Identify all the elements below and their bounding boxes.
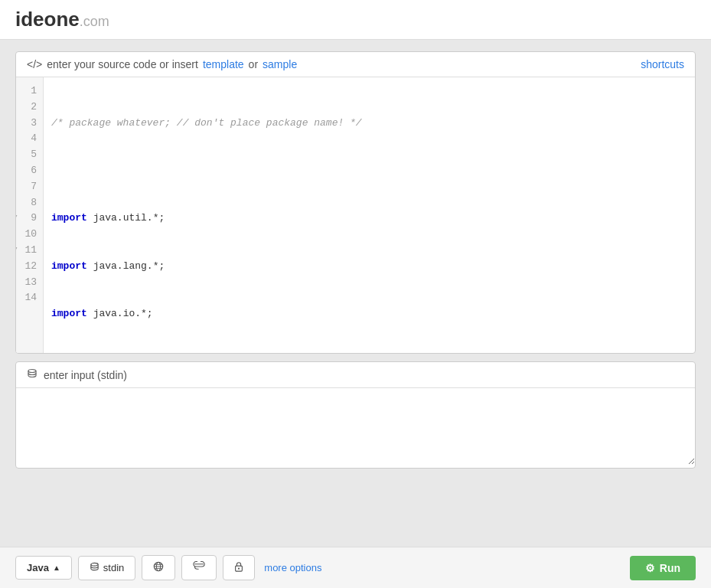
svg-point-0 <box>28 370 36 373</box>
run-button[interactable]: ⚙ Run <box>630 556 696 580</box>
more-options-link[interactable]: more options <box>264 562 321 573</box>
code-panel: </> enter your source code or insert tem… <box>15 51 696 354</box>
code-line-2 <box>51 163 687 179</box>
line-num-10: 10 <box>24 227 37 243</box>
sample-link[interactable]: sample <box>263 58 297 70</box>
line-num-9: 9 <box>24 211 37 227</box>
link-icon <box>193 561 205 574</box>
logo-main: ideone <box>15 8 80 31</box>
code-line-1: /* package whatever; // don't place pack… <box>51 116 687 132</box>
line-num-3: 3 <box>24 116 37 132</box>
code-panel-header-left: </> enter your source code or insert tem… <box>27 58 297 70</box>
stdin-header-text: enter input (stdin) <box>44 369 127 381</box>
lock-button[interactable] <box>223 555 255 580</box>
lock-icon <box>234 561 243 574</box>
or-text: or <box>249 58 258 70</box>
svg-point-8 <box>238 568 240 570</box>
gear-icon: ⚙ <box>645 562 655 574</box>
template-link[interactable]: template <box>203 58 244 70</box>
line-num-8: 8 <box>24 195 37 211</box>
code-content[interactable]: /* package whatever; // don't place pack… <box>44 77 695 353</box>
line-num-14: 14 <box>24 290 37 306</box>
line-num-6: 6 <box>24 163 37 179</box>
globe-icon <box>153 561 164 574</box>
java-label: Java <box>27 562 49 573</box>
stdin-db-icon <box>27 368 38 381</box>
globe-button[interactable] <box>142 555 175 580</box>
stdin-db-icon-btn <box>90 562 99 574</box>
line-numbers: 1 2 3 4 5 6 7 8 9 10 11 12 13 14 <box>16 77 44 353</box>
shortcuts-link[interactable]: shortcuts <box>641 58 684 70</box>
line-num-5: 5 <box>24 147 37 163</box>
code-line-4: import java.lang.*; <box>51 259 687 275</box>
logo: ideone.com <box>15 15 109 28</box>
logo-text: ideone.com <box>15 8 109 31</box>
stdin-button[interactable]: stdin <box>78 556 135 580</box>
stdin-label: stdin <box>103 562 124 573</box>
line-num-11: 11 <box>24 243 37 259</box>
stdin-panel-header: enter input (stdin) <box>16 362 695 388</box>
code-panel-header: </> enter your source code or insert tem… <box>16 52 695 77</box>
line-num-13: 13 <box>24 275 37 291</box>
java-language-button[interactable]: Java <box>15 556 72 580</box>
link-button[interactable] <box>181 555 217 580</box>
line-num-7: 7 <box>24 179 37 195</box>
code-editor[interactable]: 1 2 3 4 5 6 7 8 9 10 11 12 13 14 /* pack… <box>16 77 695 353</box>
stdin-panel: enter input (stdin) <box>15 361 696 469</box>
bottom-toolbar: Java stdin <box>0 547 711 588</box>
code-panel-header-text: enter your source code or insert <box>47 58 198 70</box>
code-bracket-icon: </> <box>27 58 42 70</box>
stdin-textarea[interactable] <box>16 388 695 465</box>
line-num-1: 1 <box>24 83 37 100</box>
run-label: Run <box>660 562 680 574</box>
svg-point-1 <box>91 563 98 566</box>
code-line-5: import java.io.*; <box>51 306 687 322</box>
line-num-2: 2 <box>24 100 37 116</box>
logo-dotcom: .com <box>80 14 109 29</box>
code-line-3: import java.util.*; <box>51 211 687 227</box>
line-num-4: 4 <box>24 131 37 147</box>
line-num-12: 12 <box>24 259 37 275</box>
